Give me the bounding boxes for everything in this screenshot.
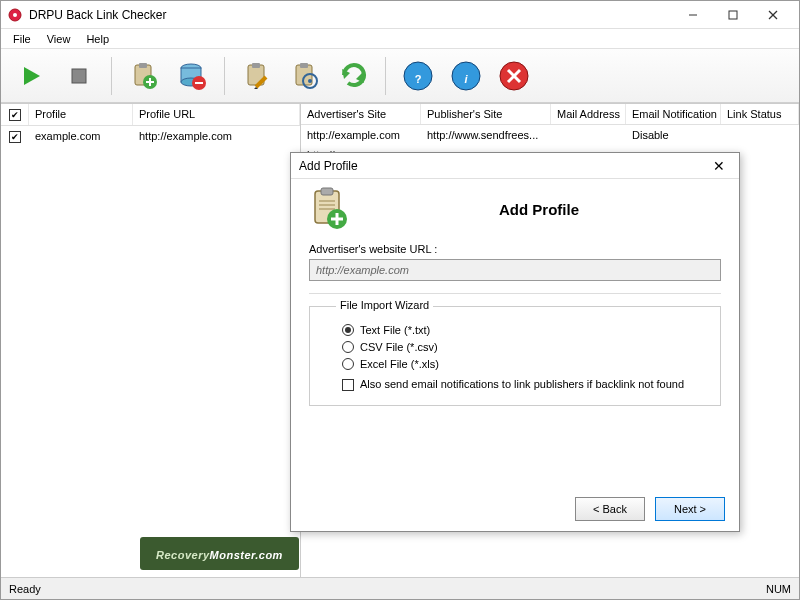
radio-text-file[interactable]: Text File (*.txt) bbox=[342, 324, 702, 336]
radio-icon bbox=[342, 341, 354, 353]
status-num: NUM bbox=[766, 583, 791, 595]
radio-icon bbox=[342, 358, 354, 370]
table-row[interactable]: ✔ example.com http://example.com bbox=[1, 126, 300, 147]
notify-checkbox-row[interactable]: Also send email notifications to link pu… bbox=[342, 378, 702, 391]
toolbar-separator bbox=[385, 57, 386, 95]
col-notification[interactable]: Email Notification bbox=[626, 104, 721, 124]
svg-text:?: ? bbox=[415, 73, 422, 85]
status-ready: Ready bbox=[9, 583, 41, 595]
add-profile-dialog: Add Profile ✕ Add Profile Advertiser's w… bbox=[290, 152, 740, 532]
window-title: DRPU Back Link Checker bbox=[29, 8, 673, 22]
svg-rect-7 bbox=[72, 69, 86, 83]
clipboard-edit-button[interactable] bbox=[235, 54, 279, 98]
dialog-heading: Add Profile bbox=[353, 201, 725, 218]
dialog-title: Add Profile bbox=[299, 159, 707, 173]
col-mail[interactable]: Mail Address bbox=[551, 104, 626, 124]
svg-rect-36 bbox=[321, 188, 333, 195]
table-row[interactable]: http://example.com http://www.sendfrees.… bbox=[301, 125, 799, 145]
dialog-footer: < Back Next > bbox=[291, 486, 739, 531]
svg-marker-6 bbox=[24, 67, 40, 85]
maximize-button[interactable] bbox=[713, 1, 753, 29]
svg-rect-9 bbox=[139, 63, 147, 68]
menu-view[interactable]: View bbox=[39, 31, 79, 47]
advertiser-url-input[interactable] bbox=[309, 259, 721, 281]
file-import-fieldset: File Import Wizard Text File (*.txt) CSV… bbox=[309, 306, 721, 406]
svg-rect-3 bbox=[729, 11, 737, 19]
database-delete-button[interactable] bbox=[170, 54, 214, 98]
clipboard-add-button[interactable] bbox=[122, 54, 166, 98]
radio-csv-file[interactable]: CSV File (*.csv) bbox=[342, 341, 702, 353]
stop-button[interactable] bbox=[57, 54, 101, 98]
close-button[interactable] bbox=[753, 1, 793, 29]
col-profile[interactable]: Profile bbox=[29, 104, 133, 125]
svg-point-25 bbox=[308, 79, 312, 83]
col-profile-url[interactable]: Profile URL bbox=[133, 104, 300, 125]
cancel-icon-button[interactable] bbox=[492, 54, 536, 98]
checkbox-label: Also send email notifications to link pu… bbox=[360, 378, 684, 390]
svg-rect-19 bbox=[252, 63, 260, 68]
left-grid-header: ✔ Profile Profile URL bbox=[1, 104, 300, 126]
statusbar: Ready NUM bbox=[1, 577, 799, 599]
cell-profile: example.com bbox=[29, 128, 133, 145]
row-checkbox[interactable]: ✔ bbox=[9, 131, 21, 143]
toolbar-separator bbox=[111, 57, 112, 95]
col-advertiser[interactable]: Advertiser's Site bbox=[301, 104, 421, 124]
header-checkbox-icon: ✔ bbox=[9, 109, 21, 121]
fieldset-legend: File Import Wizard bbox=[336, 299, 433, 311]
radio-label: CSV File (*.csv) bbox=[360, 341, 438, 353]
menu-file[interactable]: File bbox=[5, 31, 39, 47]
titlebar: DRPU Back Link Checker bbox=[1, 1, 799, 29]
divider bbox=[309, 293, 721, 294]
back-button[interactable]: < Back bbox=[575, 497, 645, 521]
refresh-button[interactable] bbox=[331, 54, 375, 98]
info-button[interactable]: i bbox=[444, 54, 488, 98]
col-publisher[interactable]: Publisher's Site bbox=[421, 104, 551, 124]
menu-help[interactable]: Help bbox=[78, 31, 117, 47]
toolbar-separator bbox=[224, 57, 225, 95]
dialog-titlebar: Add Profile ✕ bbox=[291, 153, 739, 179]
radio-label: Excel File (*.xls) bbox=[360, 358, 439, 370]
help-button[interactable]: ? bbox=[396, 54, 440, 98]
url-label: Advertiser's website URL : bbox=[309, 243, 721, 255]
minimize-button[interactable] bbox=[673, 1, 713, 29]
cell-url: http://example.com bbox=[133, 128, 300, 145]
dialog-body: Advertiser's website URL : File Import W… bbox=[291, 243, 739, 486]
checkbox-icon bbox=[342, 379, 354, 391]
app-icon bbox=[7, 7, 23, 23]
radio-excel-file[interactable]: Excel File (*.xls) bbox=[342, 358, 702, 370]
col-checkbox[interactable]: ✔ bbox=[1, 104, 29, 125]
clipboard-settings-button[interactable] bbox=[283, 54, 327, 98]
right-grid-header: Advertiser's Site Publisher's Site Mail … bbox=[301, 104, 799, 125]
dialog-close-button[interactable]: ✕ bbox=[707, 158, 731, 174]
radio-label: Text File (*.txt) bbox=[360, 324, 430, 336]
left-pane: ✔ Profile Profile URL ✔ example.com http… bbox=[1, 104, 301, 577]
clipboard-add-icon bbox=[305, 185, 353, 233]
svg-rect-23 bbox=[300, 63, 308, 68]
col-linkstatus[interactable]: Link Status bbox=[721, 104, 799, 124]
next-button[interactable]: Next > bbox=[655, 497, 725, 521]
radio-icon bbox=[342, 324, 354, 336]
play-button[interactable] bbox=[9, 54, 53, 98]
svg-point-1 bbox=[13, 13, 17, 17]
menubar: File View Help bbox=[1, 29, 799, 49]
toolbar: ? i bbox=[1, 49, 799, 103]
dialog-header: Add Profile bbox=[291, 179, 739, 243]
